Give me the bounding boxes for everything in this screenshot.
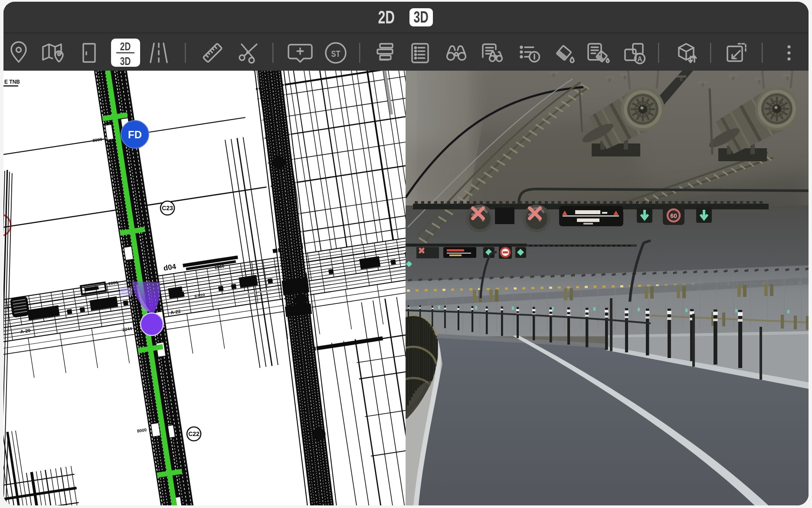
- svg-text:FD: FD: [128, 129, 142, 140]
- svg-text:ST: ST: [331, 49, 341, 59]
- svg-text:C23: C23: [162, 205, 173, 212]
- svg-text:C22: C22: [188, 430, 200, 437]
- svg-text:E TNB: E TNB: [4, 79, 20, 85]
- svg-text:60: 60: [670, 212, 677, 219]
- svg-text:3D: 3D: [120, 55, 131, 68]
- svg-text:A: A: [637, 55, 642, 63]
- svg-text:2D: 2D: [120, 40, 131, 53]
